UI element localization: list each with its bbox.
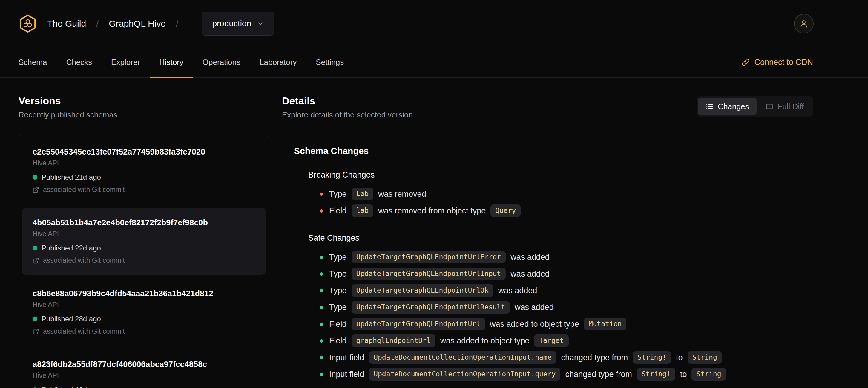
tab-explorer[interactable]: Explorer	[101, 47, 150, 78]
app-header: The Guild / GraphQL Hive / production	[0, 0, 868, 47]
version-published-label: Published 21d ago	[41, 173, 101, 181]
list-icon	[706, 102, 714, 110]
external-link-icon	[33, 328, 39, 335]
code-chip: updateTargetGraphQLEndpointUrl	[351, 318, 485, 330]
change-text: changed type from	[565, 370, 632, 379]
code-chip: String!	[632, 351, 671, 364]
tab-history[interactable]: History	[150, 47, 193, 78]
version-published: Published 21d ago	[33, 173, 255, 181]
code-chip: String!	[637, 368, 675, 381]
user-icon	[799, 19, 808, 28]
user-avatar[interactable]	[794, 14, 814, 33]
details-subtitle: Explore details of the selected version	[282, 110, 413, 120]
change-item: FieldupdateTargetGraphQLEndpointUrlwas a…	[320, 316, 813, 332]
version-list-item[interactable]: a823f6db2a55df877dcf406006abca97fcc4858c…	[22, 350, 266, 388]
chevron-down-icon	[257, 20, 264, 27]
change-text: Type	[329, 286, 347, 295]
version-list: e2e55045345ce13fe07f52a77459b83fa3fe7020…	[19, 134, 269, 388]
schema-changes-sections: Breaking ChangesTypeLabwas removedFieldl…	[294, 170, 813, 383]
versions-title: Versions	[19, 95, 269, 107]
version-published-label: Published 22d ago	[41, 244, 101, 252]
target-selector-value: production	[212, 19, 251, 28]
version-hash: c8b6e88a06793b9c4dfd54aaa21b36a1b421d812	[33, 289, 255, 298]
version-service: Hive API	[33, 230, 255, 238]
details-title: Details	[282, 95, 413, 107]
change-list: TypeLabwas removedFieldlabwas removed fr…	[320, 186, 813, 219]
change-item: FieldgraphqlEndpointUrlwas added to obje…	[320, 332, 813, 349]
change-item: TypeUpdateTargetGraphQLEndpointUrlOkwas …	[320, 282, 813, 299]
published-dot-icon	[33, 317, 37, 321]
change-text: was added	[510, 252, 550, 262]
code-chip: UpdateTargetGraphQLEndpointUrlError	[351, 251, 506, 263]
change-section-title: Breaking Changes	[308, 170, 813, 180]
version-git-label: associated with Git commit	[43, 327, 125, 335]
changes-view-button[interactable]: Changes	[698, 98, 756, 115]
change-text: to	[676, 353, 683, 362]
version-list-item[interactable]: e2e55045345ce13fe07f52a77459b83fa3fe7020…	[22, 137, 266, 204]
breadcrumb-org[interactable]: The Guild	[47, 19, 86, 29]
tab-operations[interactable]: Operations	[193, 47, 250, 78]
version-service: Hive API	[33, 159, 255, 167]
change-section-breaking: Breaking ChangesTypeLabwas removedFieldl…	[308, 170, 813, 219]
version-published: Published 40d ago	[33, 386, 255, 388]
change-text: Input field	[329, 353, 364, 362]
change-text: Type	[329, 252, 347, 262]
tab-settings[interactable]: Settings	[306, 47, 353, 78]
version-published-label: Published 28d ago	[41, 315, 101, 323]
graphql-hive-app: The Guild / GraphQL Hive / production Sc…	[0, 0, 868, 388]
tab-laboratory[interactable]: Laboratory	[250, 47, 306, 78]
change-text: was added	[515, 303, 554, 312]
schema-changes-title: Schema Changes	[294, 146, 813, 156]
version-git-link[interactable]: associated with Git commit	[33, 186, 255, 194]
change-text: Field	[329, 320, 347, 329]
tab-checks[interactable]: Checks	[57, 47, 101, 78]
view-toggle: ChangesFull Diff	[696, 96, 813, 117]
external-link-icon	[33, 186, 39, 193]
changes-view-button-label: Changes	[718, 102, 749, 111]
breadcrumb-project[interactable]: GraphQL Hive	[109, 19, 166, 29]
columns-icon	[766, 102, 773, 110]
schema-changes: Schema Changes Breaking ChangesTypeLabwa…	[294, 146, 813, 383]
version-service: Hive API	[33, 301, 255, 309]
version-hash: 4b05ab51b1b4a7e2e4b0ef82172f2b9f7ef98c0b	[33, 218, 255, 228]
change-item: TypeUpdateTargetGraphQLEndpointUrlErrorw…	[320, 249, 813, 265]
change-text: was removed from object type	[378, 206, 486, 215]
version-git-link[interactable]: associated with Git commit	[33, 327, 255, 335]
change-text: Type	[329, 189, 347, 199]
version-git-label: associated with Git commit	[43, 186, 125, 194]
change-list: TypeUpdateTargetGraphQLEndpointUrlErrorw…	[320, 249, 813, 383]
change-text: was added to object type	[490, 320, 579, 329]
main-content: Versions Recently published schemas. e2e…	[0, 78, 868, 388]
version-hash: a823f6db2a55df877dcf406006abca97fcc4858c	[33, 360, 255, 369]
connect-to-cdn-link[interactable]: Connect to CDN	[742, 47, 813, 78]
change-text: was removed	[378, 189, 426, 199]
target-selector[interactable]: production	[202, 12, 274, 36]
link-icon	[742, 59, 749, 66]
main-nav: SchemaChecksExplorerHistoryOperationsLab…	[0, 47, 868, 78]
code-chip: Mutation	[584, 318, 627, 330]
code-chip: UpdateTargetGraphQLEndpointUrlInput	[351, 268, 506, 280]
change-text: Type	[329, 303, 347, 312]
code-chip: lab	[351, 205, 374, 217]
code-chip: graphqlEndpointUrl	[351, 334, 435, 347]
details-panel: Details Explore details of the selected …	[282, 95, 813, 383]
change-text: to	[680, 370, 687, 379]
details-header: Details Explore details of the selected …	[282, 95, 813, 120]
code-chip: UpdateDocumentCollectionOperationInput.q…	[369, 368, 560, 381]
change-item: TypeUpdateTargetGraphQLEndpointUrlInputw…	[320, 265, 813, 282]
version-list-item[interactable]: 4b05ab51b1b4a7e2e4b0ef82172f2b9f7ef98c0b…	[22, 208, 266, 275]
change-text: Type	[329, 269, 347, 278]
hive-logo-icon[interactable]	[19, 14, 37, 33]
code-chip: UpdateDocumentCollectionOperationInput.n…	[369, 351, 556, 364]
change-text: Field	[329, 206, 347, 215]
code-chip: String	[688, 351, 722, 364]
change-item: TypeLabwas removed	[320, 186, 813, 202]
tab-schema[interactable]: Schema	[9, 47, 57, 78]
version-git-link[interactable]: associated with Git commit	[33, 257, 255, 265]
code-chip: UpdateTargetGraphQLEndpointUrlResult	[351, 301, 510, 314]
full-diff-view-button[interactable]: Full Diff	[758, 98, 811, 115]
version-list-item[interactable]: c8b6e88a06793b9c4dfd54aaa21b36a1b421d812…	[22, 279, 266, 346]
change-text: Input field	[329, 370, 364, 379]
change-text: changed type from	[561, 353, 628, 362]
details-header-text: Details Explore details of the selected …	[282, 95, 413, 120]
